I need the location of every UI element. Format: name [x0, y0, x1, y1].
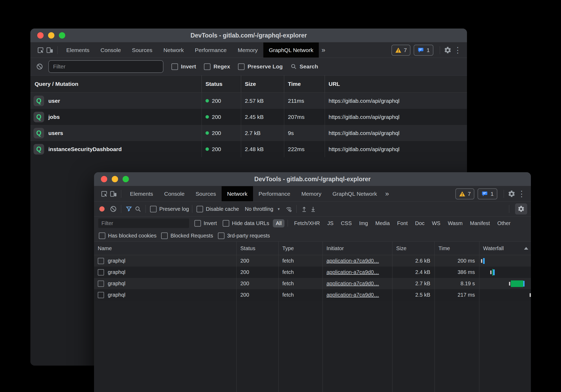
row-checkbox[interactable] — [98, 258, 104, 264]
row-checkbox[interactable] — [98, 281, 104, 287]
device-toolbar-icon[interactable] — [109, 189, 118, 198]
pill-fetch-xhr[interactable]: Fetch/XHR — [291, 219, 323, 227]
waterfall-bar[interactable] — [479, 289, 531, 301]
disable-cache-checkbox[interactable] — [197, 206, 203, 212]
tab-network[interactable]: Network — [222, 186, 253, 201]
settings-gear-icon[interactable] — [443, 46, 452, 55]
export-har-icon[interactable] — [309, 204, 318, 213]
pill-all[interactable]: All — [273, 219, 284, 227]
has-blocked-cookies-checkbox-group[interactable]: Has blocked cookies — [99, 232, 156, 239]
tab-sources[interactable]: Sources — [127, 43, 158, 58]
record-button[interactable] — [99, 206, 105, 212]
search-icon[interactable] — [133, 204, 142, 213]
waterfall-bar[interactable] — [479, 255, 531, 267]
filter-input[interactable] — [98, 218, 189, 228]
pill-font[interactable]: Font — [394, 219, 411, 227]
filter-funnel-icon[interactable] — [124, 204, 133, 213]
tab-performance[interactable]: Performance — [189, 43, 232, 58]
settings-gear-icon[interactable] — [507, 189, 516, 198]
table-row[interactable]: Quser 200 2.57 kB 211ms https://gitlab.c… — [30, 93, 467, 109]
hide-data-urls-checkbox-group[interactable]: Hide data URLs — [223, 220, 269, 227]
column-header-initiator[interactable]: Initiator — [323, 242, 392, 255]
device-toolbar-icon[interactable] — [45, 46, 54, 55]
column-header-query-mutation[interactable]: Query / Mutation — [30, 76, 202, 92]
has-blocked-cookies-checkbox[interactable] — [99, 232, 105, 239]
tab-elements[interactable]: Elements — [61, 43, 95, 58]
row-checkbox[interactable] — [98, 269, 104, 276]
kebab-menu-icon[interactable]: ⋮ — [454, 46, 462, 54]
table-row[interactable]: graphql 200 fetch application-a7ca9d0… 2… — [94, 255, 531, 267]
invert-checkbox-group[interactable]: Invert — [194, 220, 217, 227]
hide-data-urls-checkbox[interactable] — [223, 220, 229, 227]
preserve-log-checkbox-group[interactable]: Preserve Log — [238, 63, 283, 70]
tab-memory[interactable]: Memory — [232, 43, 263, 58]
preserve-log-checkbox-group[interactable]: Preserve log — [150, 206, 189, 212]
close-window-button[interactable] — [37, 32, 44, 39]
pill-doc[interactable]: Doc — [412, 219, 428, 227]
pill-js[interactable]: JS — [324, 219, 336, 227]
waterfall-bar[interactable] — [479, 267, 531, 278]
column-header-time[interactable]: Time — [435, 242, 479, 255]
table-row[interactable]: graphql 200 fetch application-a7ca9d0… 2… — [94, 278, 531, 289]
preserve-log-checkbox[interactable] — [238, 63, 245, 70]
pill-css[interactable]: CSS — [338, 219, 355, 227]
column-header-status[interactable]: Status — [237, 242, 279, 255]
invert-checkbox[interactable] — [194, 220, 201, 227]
pill-manifest[interactable]: Manifest — [467, 219, 493, 227]
tab-network[interactable]: Network — [158, 43, 189, 58]
third-party-requests-checkbox-group[interactable]: 3rd-party requests — [218, 232, 270, 239]
pill-wasm[interactable]: Wasm — [445, 219, 465, 227]
clear-icon[interactable] — [109, 204, 118, 213]
minimize-window-button[interactable] — [48, 32, 54, 39]
minimize-window-button[interactable] — [112, 176, 118, 182]
warnings-badge[interactable]: 7 — [455, 188, 475, 199]
pill-ws[interactable]: WS — [429, 219, 443, 227]
tab-console[interactable]: Console — [159, 186, 190, 201]
kebab-menu-icon[interactable]: ⋮ — [518, 190, 526, 198]
invert-checkbox[interactable] — [171, 63, 178, 70]
initiator-link[interactable]: application-a7ca9d0… — [326, 258, 379, 264]
network-conditions-icon[interactable] — [284, 204, 293, 213]
waterfall-bar[interactable] — [479, 278, 531, 289]
row-checkbox[interactable] — [98, 292, 104, 298]
table-row[interactable]: Qusers 200 2.7 kB 9s https://gitlab.com/… — [30, 125, 467, 141]
table-row[interactable]: graphql 200 fetch application-a7ca9d0… 2… — [94, 289, 531, 301]
throttling-dropdown[interactable]: No throttling ▼ — [245, 206, 280, 212]
warnings-badge[interactable]: 7 — [391, 45, 411, 56]
more-tabs-icon[interactable]: » — [385, 190, 389, 198]
network-settings-button[interactable] — [515, 203, 527, 214]
pill-img[interactable]: Img — [356, 219, 371, 227]
tab-graphql-network[interactable]: GraphQL Network — [327, 186, 382, 201]
inspect-element-icon[interactable] — [36, 46, 45, 55]
import-har-icon[interactable] — [300, 204, 309, 213]
more-tabs-icon[interactable]: » — [321, 46, 325, 54]
filter-input[interactable] — [48, 60, 163, 73]
blocked-requests-checkbox[interactable] — [161, 232, 168, 239]
table-row[interactable]: Qjobs 200 2.45 kB 207ms https://gitlab.c… — [30, 109, 467, 125]
tab-memory[interactable]: Memory — [296, 186, 327, 201]
third-party-requests-checkbox[interactable] — [218, 232, 225, 239]
search-control[interactable]: Search — [291, 63, 318, 70]
initiator-link[interactable]: application-a7ca9d0… — [326, 269, 379, 275]
inspect-element-icon[interactable] — [100, 189, 109, 198]
column-header-name[interactable]: Name — [94, 242, 237, 255]
column-header-status[interactable]: Status — [202, 76, 241, 92]
initiator-link[interactable]: application-a7ca9d0… — [326, 292, 379, 298]
table-row[interactable]: QinstanceSecurityDashboard 200 2.48 kB 2… — [30, 141, 467, 157]
disable-cache-checkbox-group[interactable]: Disable cache — [197, 206, 239, 212]
regex-checkbox[interactable] — [204, 63, 211, 70]
close-window-button[interactable] — [101, 176, 107, 182]
messages-badge[interactable]: 1 — [414, 45, 433, 56]
tab-elements[interactable]: Elements — [124, 186, 159, 201]
clear-icon[interactable] — [35, 62, 44, 71]
table-row[interactable]: graphql 200 fetch application-a7ca9d0… 2… — [94, 267, 531, 278]
column-header-type[interactable]: Type — [279, 242, 323, 255]
tab-sources[interactable]: Sources — [190, 186, 222, 201]
messages-badge[interactable]: 1 — [478, 188, 497, 199]
blocked-requests-checkbox-group[interactable]: Blocked Requests — [161, 232, 213, 239]
column-header-size[interactable]: Size — [241, 76, 284, 92]
preserve-log-checkbox[interactable] — [150, 206, 157, 212]
regex-checkbox-group[interactable]: Regex — [204, 63, 230, 70]
tab-performance[interactable]: Performance — [253, 186, 296, 201]
invert-checkbox-group[interactable]: Invert — [171, 63, 196, 70]
